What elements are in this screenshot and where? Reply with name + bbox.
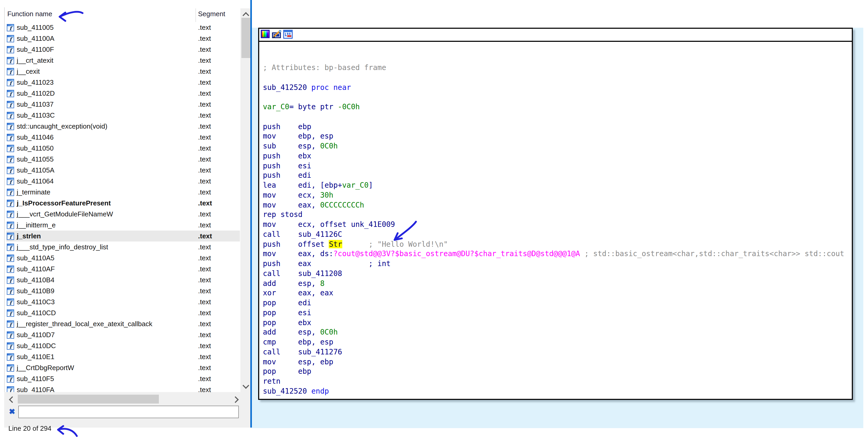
function-row[interactable]: fj___vcrt_GetModuleFileNameW.text <box>6 209 240 220</box>
horizontal-scrollbar[interactable] <box>6 394 241 405</box>
edit-colors-icon[interactable] <box>272 30 282 41</box>
asm-line[interactable]: lea edi, [ebp+var_C0] <box>263 180 852 190</box>
function-name[interactable]: sub_41100A <box>17 34 54 42</box>
function-row[interactable]: fsub_4110B4.text <box>6 275 240 285</box>
function-name[interactable]: sub_41100F <box>17 45 54 53</box>
function-row[interactable]: fj_terminate.text <box>6 187 240 197</box>
asm-line[interactable]: mov ebp, esp <box>263 131 852 142</box>
function-name[interactable]: j__CrtDbgReportW <box>17 364 74 372</box>
asm-line[interactable]: cmp ebp, esp <box>263 337 852 347</box>
function-row[interactable]: fsub_4110DC.text <box>6 340 240 351</box>
function-row[interactable]: fsub_411023.text <box>6 77 240 88</box>
clear-filter-icon[interactable]: ✖ <box>9 407 15 415</box>
function-name[interactable]: sub_411050 <box>17 144 54 152</box>
function-name[interactable]: sub_411064 <box>17 177 54 185</box>
asm-line[interactable]: mov ecx, 30h <box>263 190 852 200</box>
function-row[interactable]: fsub_4110C3.text <box>6 296 240 307</box>
function-name[interactable]: j__initterm_e <box>17 221 56 229</box>
function-row[interactable]: fsub_4110CD.text <box>6 307 240 318</box>
function-row[interactable]: fstd::uncaught_exception(void).text <box>6 121 240 132</box>
function-name[interactable]: sub_41103C <box>17 111 55 119</box>
function-row[interactable]: fsub_4110B9.text <box>6 285 240 296</box>
function-row[interactable]: fsub_4110A5.text <box>6 252 240 263</box>
asm-line[interactable]: sub esp, 0C0h <box>263 141 852 151</box>
function-name[interactable]: sub_4110C3 <box>17 298 55 306</box>
asm-line[interactable]: add esp, 8 <box>263 278 852 288</box>
asm-line[interactable]: pop ebp <box>263 367 852 377</box>
function-row[interactable]: fj__crt_atexit.text <box>6 55 240 66</box>
function-row[interactable]: fj__register_thread_local_exe_atexit_cal… <box>6 318 240 329</box>
function-row[interactable]: fsub_411055.text <box>6 154 240 165</box>
scroll-down-button[interactable] <box>240 381 251 392</box>
function-row[interactable]: fj__initterm_e.text <box>6 220 240 230</box>
function-row[interactable]: fsub_41103C.text <box>6 110 240 121</box>
graph-layout-icon[interactable] <box>283 30 292 41</box>
function-row[interactable]: fsub_4110AF.text <box>6 263 240 275</box>
function-name[interactable]: j__crt_atexit <box>17 57 53 64</box>
asm-line[interactable]: push esi <box>263 161 852 171</box>
function-name[interactable]: j___vcrt_GetModuleFileNameW <box>17 210 113 218</box>
function-name[interactable]: j_terminate <box>17 188 51 196</box>
function-name[interactable]: sub_411023 <box>17 79 54 86</box>
asm-line[interactable]: pop ebx <box>263 317 852 327</box>
asm-line[interactable]: sub_412520 endp <box>263 386 852 396</box>
function-name[interactable]: j__register_thread_local_exe_atexit_call… <box>17 320 152 328</box>
function-row[interactable]: fsub_411005.text <box>6 22 240 33</box>
chevron-right-icon[interactable] <box>232 396 239 403</box>
function-row[interactable]: fsub_4110F5.text <box>6 373 240 384</box>
asm-line[interactable]: add esp, 0C0h <box>263 327 852 337</box>
function-name[interactable]: sub_411005 <box>17 24 54 31</box>
function-name[interactable]: sub_4110D7 <box>17 331 55 339</box>
asm-line[interactable]: sub_412520 proc near <box>263 82 852 92</box>
function-name[interactable]: j_strlen <box>17 232 41 240</box>
asm-line[interactable]: var_C0= byte ptr -0C0h <box>263 102 852 112</box>
asm-line[interactable]: push edi <box>263 171 852 181</box>
asm-line[interactable]: mov eax, 0CCCCCCCCh <box>263 200 852 210</box>
function-name[interactable]: std::uncaught_exception(void) <box>17 122 107 130</box>
asm-line[interactable] <box>263 112 852 122</box>
function-name[interactable]: j_IsProcessorFeaturePresent <box>17 199 111 207</box>
asm-line[interactable]: call sub_41126C <box>263 229 852 240</box>
asm-line[interactable]: retn <box>263 376 852 386</box>
function-name[interactable]: sub_4110CD <box>17 309 56 317</box>
asm-line[interactable]: xor eax, eax <box>263 288 852 298</box>
function-name[interactable]: sub_411046 <box>17 133 54 141</box>
palette-icon[interactable] <box>261 30 270 38</box>
asm-line[interactable] <box>263 92 852 102</box>
asm-line[interactable]: push ebp <box>263 122 852 131</box>
function-row[interactable]: fj__CrtDbgReportW.text <box>6 362 240 373</box>
function-row[interactable]: fsub_411050.text <box>6 143 240 154</box>
function-row[interactable]: fsub_4110FA.text <box>6 384 240 393</box>
function-name[interactable]: j___std_type_info_destroy_list <box>17 243 108 251</box>
column-header-function-name[interactable]: Function name <box>7 10 52 18</box>
function-row[interactable]: fsub_41102D.text <box>6 88 240 99</box>
function-name[interactable]: sub_4110AF <box>17 265 55 273</box>
asm-line[interactable]: pop esi <box>263 308 852 318</box>
function-name[interactable]: sub_4110A5 <box>17 254 54 262</box>
function-name[interactable]: sub_4110F5 <box>17 375 54 383</box>
function-row[interactable]: fsub_4110D7.text <box>6 329 240 340</box>
function-row[interactable]: fj__cexit.text <box>6 66 240 77</box>
function-name[interactable]: sub_4110E1 <box>17 353 54 361</box>
function-name[interactable]: sub_4110B9 <box>17 287 54 295</box>
vertical-scrollbar-thumb[interactable] <box>242 18 250 58</box>
function-name[interactable]: sub_411037 <box>17 100 54 108</box>
function-name[interactable]: sub_411055 <box>17 155 54 163</box>
function-name[interactable]: sub_4110DC <box>17 342 56 350</box>
function-name[interactable]: sub_4110B4 <box>17 276 54 284</box>
asm-line[interactable]: mov ecx, offset unk_41E009 <box>263 220 852 229</box>
function-filter-input[interactable] <box>18 406 239 418</box>
function-row[interactable]: fj___std_type_info_destroy_list.text <box>6 242 240 252</box>
asm-line[interactable]: mov eax, ds:?cout@std@@3V?$basic_ostream… <box>263 249 852 259</box>
function-row[interactable]: fsub_4110E1.text <box>6 351 240 362</box>
function-row[interactable]: fsub_41100A.text <box>6 33 240 44</box>
asm-line[interactable]: push ebx <box>263 151 852 161</box>
asm-line[interactable]: call sub_411276 <box>263 347 852 357</box>
function-row[interactable]: fj_strlen.text <box>6 230 240 242</box>
asm-line[interactable]: pop edi <box>263 298 852 308</box>
function-row[interactable]: fsub_41100F.text <box>6 44 240 55</box>
asm-line[interactable]: push eax ; int <box>263 259 852 269</box>
column-header-segment[interactable]: Segment <box>198 10 225 18</box>
function-row[interactable]: fsub_411064.text <box>6 176 240 187</box>
column-separator[interactable] <box>195 8 196 22</box>
